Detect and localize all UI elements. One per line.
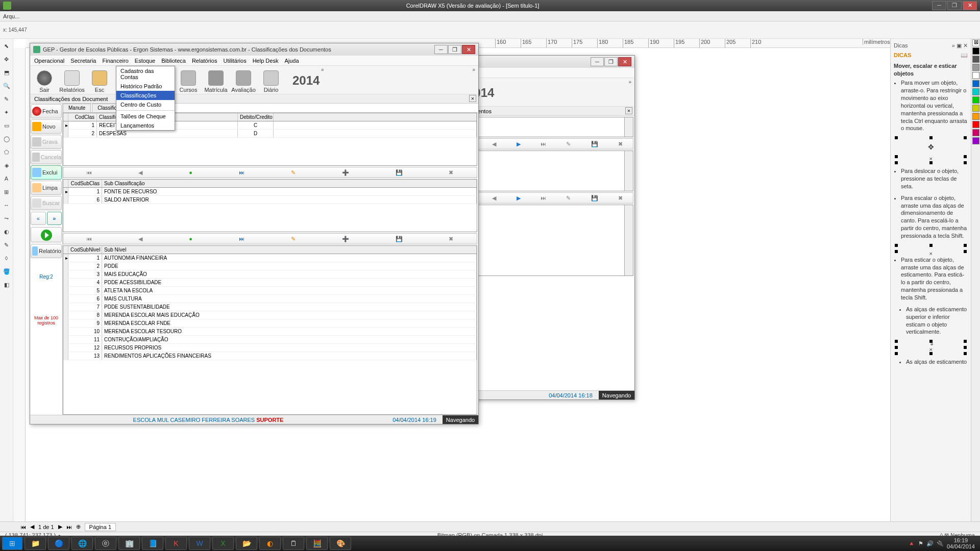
grid1-nav[interactable]: ⏮◀●⏭✎➕💾✖ [63, 167, 477, 178]
text-tool-icon[interactable]: A [2, 173, 12, 184]
basic-shapes-icon[interactable]: ◈ [2, 160, 12, 170]
maximize-button[interactable]: ❐ [947, 1, 962, 10]
shape-tool-icon[interactable]: ✥ [2, 54, 12, 64]
table-tool-icon[interactable]: ⊞ [2, 187, 12, 197]
fin-item-classificacoes[interactable]: Classificações [116, 91, 175, 100]
outline-tool-icon[interactable]: ◊ [2, 253, 12, 263]
tab-manute[interactable]: Manute [63, 104, 91, 112]
table-row[interactable]: 10MERENDA ESCOLAR TESOURO [63, 328, 477, 336]
smart-tool-icon[interactable]: ✦ [2, 107, 12, 117]
tray-icon[interactable]: 🔺 [908, 540, 915, 547]
subwin-close-icon[interactable]: × [625, 107, 632, 114]
tb-sair[interactable]: Sair [33, 67, 56, 93]
eyedropper-tool-icon[interactable]: ✎ [2, 240, 12, 250]
table-row[interactable]: 12RECURSOS PROPRIOS [63, 344, 477, 352]
system-tray[interactable]: 🔺 ⚑ 🔊 🔌 16:19 04/04/2014 [908, 537, 978, 549]
last-page-icon[interactable]: ⏭ [66, 524, 72, 530]
table-row[interactable]: 8MERENDA ESCOLAR MAIS EDUCAÇÃO [63, 311, 477, 319]
table-row[interactable]: 6SALDO ANTERIOR [63, 196, 477, 204]
grid-subclass[interactable]: CodSubClas Sub Classificação ▸1FONTE DE … [63, 179, 477, 232]
tray-icon[interactable]: ⚑ [918, 540, 923, 547]
polygon-tool-icon[interactable]: ⬠ [2, 147, 12, 157]
tb-calc-icon[interactable]: 🧮 [306, 537, 328, 550]
tb-app3-icon[interactable]: 📂 [236, 537, 257, 550]
financeiro-dropdown[interactable]: Cadastro das Contas Histórico Padrão Cla… [116, 66, 175, 131]
fin-item-centro[interactable]: Centro de Custo [116, 100, 175, 109]
tb-excel-icon[interactable]: X [212, 537, 234, 550]
btn-exclui[interactable]: Exclui [31, 165, 62, 180]
tb-app2-icon[interactable]: 📘 [142, 537, 163, 550]
interactive-fill-icon[interactable]: ◧ [2, 280, 12, 290]
btn-grava[interactable]: Grava [31, 135, 62, 149]
menu-secretaria[interactable]: Secretaria [70, 58, 96, 64]
tb-explorer-icon[interactable]: 📁 [24, 537, 46, 550]
menu-estoque[interactable]: Estoque [135, 58, 155, 64]
zoom-tool-icon[interactable]: 🔍 [2, 81, 12, 91]
corel-menu-item[interactable]: Arqu... [3, 13, 19, 19]
table-row[interactable]: 4PDDE ACESSIBILIDADE [63, 279, 477, 287]
gep-menubar[interactable]: Operacional Secretaria Financeiro Estoqu… [30, 56, 478, 66]
tray-icon[interactable]: 🔌 [937, 540, 944, 547]
tb-esc[interactable]: Esc [88, 67, 111, 93]
tb-ie-icon[interactable]: ⓔ [95, 537, 116, 550]
table-row[interactable]: 9MERENDA ESCOLAR FNDE [63, 319, 477, 328]
gep-window-front[interactable]: GEP - Gestor de Escolas Públicas - Ergon… [30, 43, 479, 424]
corel-menubar[interactable]: Arqu... [0, 11, 980, 21]
grid2-nav[interactable]: ⏮◀●⏭✎➕💾✖ [63, 233, 477, 244]
menu-utilitarios[interactable]: Utilitários [223, 58, 246, 64]
table-row[interactable]: 13RENDIMENTOS APLICAÇÕES FINANCEIRAS [63, 352, 477, 360]
corel-toolbar[interactable]: x: 145,447 [0, 21, 980, 39]
freehand-tool-icon[interactable]: ✎ [2, 94, 12, 104]
table-row[interactable]: 2PDDE [63, 262, 477, 270]
btn-limpa[interactable]: Limpa [31, 181, 62, 195]
table-row[interactable]: 5ATLETA NA ESCOLA [63, 287, 477, 295]
close-button[interactable]: ✕ [963, 1, 977, 10]
table-row[interactable]: 6MAIS CULTURA [63, 295, 477, 303]
btn-fecha[interactable]: Fecha [31, 104, 62, 118]
tb-notes-icon[interactable]: 🗒 [283, 537, 304, 550]
btn-buscar[interactable]: Buscar [31, 196, 62, 210]
canvas-area[interactable]: 160165170175180185190195200205210 milíme… [13, 39, 890, 521]
btn-relatorio[interactable]: Relatório [31, 244, 62, 258]
prev-page-icon[interactable]: ◀ [30, 523, 34, 530]
gep-back-close-button[interactable]: ✕ [618, 57, 631, 66]
fin-item-taloes[interactable]: Talões de Cheque [116, 112, 175, 121]
grid-subnivel[interactable]: CodSubNivel Sub Nível ▸1AUTONOMIA FINANC… [63, 245, 477, 415]
connector-tool-icon[interactable]: ⤳ [2, 213, 12, 223]
table-row[interactable]: 2DESPESASD [63, 130, 477, 138]
tb-diario[interactable]: Diário [260, 67, 282, 93]
pick-tool-icon[interactable]: ⬉ [2, 41, 12, 51]
tb-app4-icon[interactable]: ◐ [259, 537, 281, 550]
dimension-tool-icon[interactable]: ↔ [2, 200, 12, 210]
fin-item-cadastro[interactable]: Cadastro das Contas [116, 66, 175, 82]
fin-item-lancamentos[interactable]: Lançamentos [116, 121, 175, 130]
color-palette[interactable]: ⊠ [971, 39, 980, 521]
tb-matricula[interactable]: Matrícula [205, 67, 227, 93]
page-navigator[interactable]: ⏮ ◀ 1 de 1 ▶ ⏭ ⊕ Página 1 [0, 522, 980, 532]
effects-tool-icon[interactable]: ◐ [2, 227, 12, 237]
table-row[interactable]: 7PDDE SUSTENTABILIDADE [63, 303, 477, 311]
page-tab[interactable]: Página 1 [85, 523, 116, 531]
btn-novo[interactable]: Novo [31, 119, 62, 134]
subwin-close-icon[interactable]: × [469, 95, 476, 102]
menu-operacional[interactable]: Operacional [34, 58, 64, 64]
table-row[interactable]: ▸1FONTE DE RECURSO [63, 188, 477, 196]
start-button[interactable]: ⊞ [2, 537, 22, 550]
menu-helpdesk[interactable]: Help Desk [253, 58, 279, 64]
table-row[interactable]: 11CONTRUÇÃO/AMPLIAÇÃO [63, 336, 477, 344]
windows-taskbar[interactable]: ⊞ 📁 🔵 🌐 ⓔ 🏢 📘 K W X 📂 ◐ 🗒 🧮 🎨 🔺 ⚑ 🔊 🔌 16… [0, 536, 980, 551]
btn-cancela[interactable]: Cancela [31, 150, 62, 164]
gep-back-min-button[interactable]: ─ [591, 57, 604, 66]
next-page-icon[interactable]: ▶ [58, 523, 62, 530]
table-row[interactable]: ▸1AUTONOMIA FINANCEIRA [63, 254, 477, 262]
tb-corel-icon[interactable]: 🎨 [330, 537, 351, 550]
add-page-icon[interactable]: ⊕ [76, 523, 81, 530]
gep-back-max-button[interactable]: ❐ [604, 57, 618, 66]
gep-titlebar[interactable]: GEP - Gestor de Escolas Públicas - Ergon… [30, 43, 478, 56]
menu-biblioteca[interactable]: Biblioteca [161, 58, 186, 64]
tb-teamviewer-icon[interactable]: 🔵 [48, 537, 69, 550]
fin-item-historico[interactable]: Histórico Padrão [116, 82, 175, 91]
tb-relatorios[interactable]: Relatórios [61, 67, 83, 93]
tb-cursos[interactable]: Cursos [177, 67, 200, 93]
book-icon[interactable]: 📖 [961, 52, 968, 59]
